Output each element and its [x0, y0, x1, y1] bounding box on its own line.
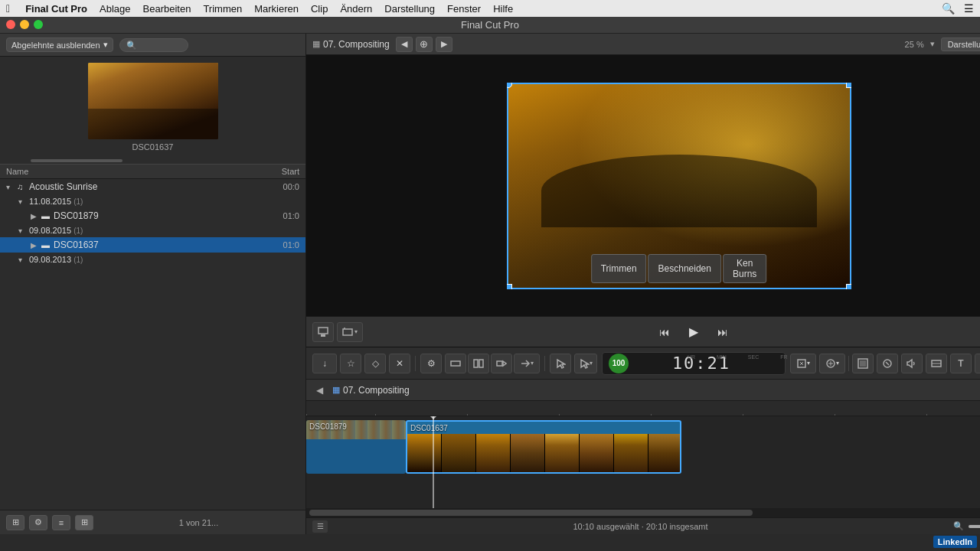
svg-rect-3 [451, 361, 460, 366]
filter-label: Abgelehnte ausblenden [11, 41, 100, 50]
expand-arrow[interactable]: ▶ [31, 212, 41, 220]
tool-select-button[interactable]: ⚙ [420, 354, 442, 373]
video-frame[interactable]: Trimmen Beschneiden Ken Burns [507, 83, 851, 289]
viewer-controls: ⏮ ▶ ⏭ [654, 320, 733, 344]
star-button[interactable]: ☆ [340, 354, 361, 373]
list-item[interactable]: ▶ ▬ DSC01637 01:0 [0, 237, 305, 253]
viewer-snap-button[interactable]: ⊕ [416, 37, 433, 52]
menu-ablage[interactable]: Ablage [100, 3, 130, 15]
clip-icon: ▬ [41, 240, 54, 249]
replace-button[interactable]: ▾ [514, 354, 540, 373]
menu-trimmen[interactable]: Trimmen [203, 3, 242, 15]
play-button[interactable]: ▶ [681, 320, 706, 344]
list-item[interactable]: ▾ 09.08.2013 (1) [0, 253, 305, 266]
tool-group: ▾ [445, 354, 540, 373]
kenburns-button[interactable]: Ken Burns [723, 254, 766, 283]
menu-fenster[interactable]: Fenster [447, 3, 481, 15]
insert-button[interactable] [468, 354, 489, 373]
timeline-scrollbar-thumb[interactable] [309, 510, 753, 516]
expand-arrow[interactable]: ▾ [18, 256, 29, 264]
handle-topleft[interactable] [507, 83, 512, 88]
effects-button[interactable]: ▾ [819, 354, 845, 373]
expand-arrow[interactable]: ▾ [18, 197, 29, 206]
list-item[interactable]: ▾ ♫ Acoustic Sunrise 00:0 [0, 179, 305, 194]
clip-thumb [648, 434, 681, 472]
browser-scrollbar-thumb[interactable] [31, 159, 122, 162]
trimmen-button[interactable]: Trimmen [591, 254, 647, 283]
filter-dropdown[interactable]: Abgelehnte ausblenden ▾ [6, 37, 113, 52]
generator-button[interactable] [975, 354, 980, 373]
mark-button[interactable]: ◇ [364, 354, 386, 373]
zoom-out-icon[interactable]: 🔍 [953, 521, 964, 531]
color-button[interactable] [926, 354, 947, 373]
list-item[interactable]: ▾ 09.08.2015 (1) [0, 223, 305, 237]
menu-darstellung[interactable]: Darstellung [384, 3, 435, 15]
divider3 [848, 356, 849, 371]
menu-clip[interactable]: Clip [311, 3, 328, 15]
title-button[interactable]: T [950, 354, 972, 373]
timeline-scrollbar[interactable] [306, 508, 980, 517]
menu-bearbeiten[interactable]: Bearbeiten [143, 3, 191, 15]
clip-thumb [407, 434, 442, 472]
connect-clip-button[interactable]: ▾ [337, 322, 363, 342]
browser-toolbar: Abgelehnte ausblenden ▾ [0, 34, 305, 57]
svg-rect-6 [497, 361, 502, 366]
grid-view-button[interactable]: ⊞ [75, 515, 93, 530]
search-icon-menu[interactable]: 🔍 [942, 2, 955, 15]
select-arrow-icon: ▾ [590, 360, 593, 367]
darstellung-button[interactable]: Darstellung [941, 37, 980, 51]
tool-dropdown-button[interactable]: ▾ [574, 354, 597, 373]
list-view-button[interactable]: ≡ [52, 515, 70, 530]
audio-button[interactable] [901, 354, 923, 373]
filter-arrow-icon: ▾ [103, 40, 108, 50]
handle-bottomright[interactable] [846, 284, 851, 289]
blade-button[interactable] [445, 354, 466, 373]
menu-hilfe[interactable]: Hilfe [493, 3, 513, 15]
item-name: 09.08.2013 (1) [29, 255, 261, 264]
timeline-back-button[interactable]: ◀ [312, 383, 326, 397]
close-button[interactable] [6, 20, 15, 29]
browser-scrollbar[interactable] [0, 158, 305, 164]
clip-dsc01637[interactable]: DSC01637 [406, 420, 681, 474]
freeze-button[interactable] [877, 354, 898, 373]
viewer-header: ▦ 07. Compositing ◀ ⊕ ▶ 25 % ▾ Darstellu… [306, 34, 980, 55]
zoom-slider[interactable] [969, 525, 980, 528]
overwrite-button[interactable] [491, 354, 512, 373]
reject-button[interactable]: ✕ [389, 354, 410, 373]
expand-arrow[interactable]: ▾ [6, 183, 17, 191]
search-input[interactable] [119, 38, 188, 52]
list-item[interactable]: ▶ ▬ DSC01879 01:0 [0, 208, 305, 223]
go-to-end-button[interactable]: ⏭ [712, 322, 733, 342]
status-left: ☰ [312, 520, 328, 533]
minimize-button[interactable] [20, 20, 29, 29]
list-item[interactable]: ▾ 11.08.2015 (1) [0, 194, 305, 208]
menu-list-icon[interactable]: ☰ [964, 2, 974, 15]
viewer-next-button[interactable]: ▶ [436, 37, 452, 52]
viewer-prev-button[interactable]: ◀ [396, 37, 413, 52]
sidebar-toggle-button[interactable]: ⊞ [6, 515, 24, 530]
add-to-timeline-button[interactable] [312, 322, 334, 342]
expand-arrow[interactable]: ▾ [18, 227, 29, 235]
handle-topright[interactable] [846, 83, 851, 88]
menu-finalcutpro[interactable]: Final Cut Pro [25, 3, 87, 15]
fullscreen-button[interactable] [34, 20, 43, 29]
clip-thumb [545, 434, 580, 472]
go-to-beginning-button[interactable]: ⏮ [654, 322, 675, 342]
beschneiden-button[interactable]: Beschneiden [648, 254, 721, 283]
svg-rect-9 [860, 360, 866, 367]
status-center: 10:10 ausgewählt · 20:10 insgesamt [328, 522, 953, 531]
clip-appearance-button[interactable] [852, 354, 874, 373]
handle-bottomleft[interactable] [507, 284, 512, 289]
apple-menu[interactable]:  [6, 2, 10, 15]
menu-aendern[interactable]: Ändern [340, 3, 372, 15]
viewer-title: 07. Compositing [323, 39, 390, 50]
select-tool-button[interactable] [550, 354, 571, 373]
download-button[interactable]: ↓ [312, 354, 337, 373]
clip-dsc01879[interactable]: DSC01879 [306, 420, 406, 474]
transform-button[interactable]: ▾ [790, 354, 816, 373]
expand-arrow[interactable]: ▶ [31, 241, 41, 249]
timeline-tracks[interactable]: DSC01879 DSC01637 [306, 416, 980, 508]
menu-markieren[interactable]: Markieren [254, 3, 299, 15]
clip-appearance-icon[interactable]: ☰ [312, 520, 328, 533]
gear-button[interactable]: ⚙ [29, 515, 47, 530]
